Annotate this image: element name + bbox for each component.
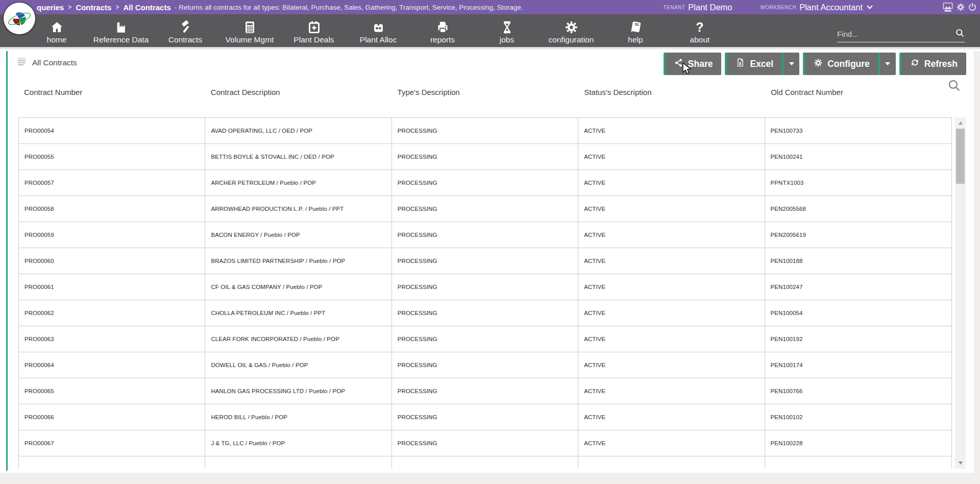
- table-cell: PROCESSING: [392, 326, 578, 352]
- question-icon: ?: [696, 19, 703, 35]
- gear-icon[interactable]: [956, 3, 965, 12]
- workbench-selector[interactable]: Plant Accountant: [799, 3, 863, 12]
- find-input[interactable]: [837, 30, 955, 38]
- bottom-bar: [0, 473, 980, 484]
- table-cell: ACTIVE: [578, 378, 765, 404]
- table-cell: PEN100054: [765, 300, 951, 326]
- excel-dropdown-button[interactable]: [782, 53, 799, 75]
- table-cell: DOWELL OIL & GAS / Pueblo / POP: [205, 352, 391, 378]
- table-cell: HEROD BILL / Pueblo / POP: [205, 404, 391, 430]
- table-cell: BRAZOS LIMITED PARTNERSHIP / Pueblo / PO…: [205, 248, 391, 274]
- table-cell: ACTIVE: [578, 118, 765, 143]
- search-icon[interactable]: [955, 28, 965, 40]
- table-cell: PROCESSING: [392, 300, 578, 326]
- table-cell: PEN100766: [765, 378, 951, 404]
- table-row[interactable]: PRO00058ARROWHEAD PRODUCTION L.P. / Pueb…: [19, 196, 951, 222]
- table-row[interactable]: PRO00060BRAZOS LIMITED PARTNERSHIP / Pue…: [19, 248, 951, 274]
- table-cell: PROCESSING: [392, 352, 578, 378]
- right-gutter: [974, 51, 980, 484]
- nav-item-reports[interactable]: reports: [410, 14, 475, 47]
- excel-file-icon: [736, 58, 745, 70]
- chevron-down-icon[interactable]: [866, 4, 873, 11]
- table-row[interactable]: PRO00057ARCHER PETROLEUM / Pueblo / POPP…: [19, 170, 951, 196]
- factory-icon: [114, 19, 128, 35]
- table-cell: HANLON GAS PROCESSING LTD / Pueblo / POP: [205, 378, 391, 404]
- scrollbar-thumb[interactable]: [956, 129, 965, 184]
- table-row[interactable]: PRO00054AVAD OPERATING, LLC / OED / POPP…: [19, 118, 951, 144]
- table-cell: AVAD OPERATING, LLC / OED / POP: [205, 118, 391, 143]
- table-cell: PEN100241: [765, 144, 951, 170]
- table-row[interactable]: PRO00055BETTIS BOYLE & STOVALL INC / OED…: [19, 144, 951, 170]
- scroll-down-arrow-icon[interactable]: [955, 458, 966, 468]
- content-card: All Contracts Share: [6, 51, 974, 471]
- column-header[interactable]: Old Contract Number: [765, 88, 952, 96]
- orbit-sphere-icon: [6, 5, 33, 32]
- nav-item-volume-mgmt[interactable]: Volume Mgmt: [217, 14, 282, 47]
- nav-item-help[interactable]: help: [603, 14, 668, 47]
- table-row[interactable]: PRO00061CF OIL & GAS COMPANY / Pueblo / …: [19, 274, 951, 300]
- table-cell: ACTIVE: [578, 404, 765, 430]
- table-row[interactable]: PRO00066HEROD BILL / Pueblo / POPPROCESS…: [19, 404, 951, 430]
- share-icon: [674, 58, 683, 70]
- list-icon: [17, 57, 27, 68]
- nav-item-plant-alloc[interactable]: Plant Alloc: [346, 14, 410, 47]
- breadcrumb-all-contracts[interactable]: All Contracts: [123, 3, 170, 12]
- table-cell: PROCESSING: [392, 248, 578, 274]
- vertical-scrollbar[interactable]: [955, 117, 966, 469]
- table-cell: BETTIS BOYLE & STOVALL INC / OED / POP: [205, 144, 391, 170]
- nav-item-plant-deals[interactable]: Plant Deals: [282, 14, 346, 47]
- table-cell: PRO00058: [19, 196, 205, 222]
- share-button[interactable]: Share: [664, 53, 722, 75]
- refresh-button[interactable]: Refresh: [899, 53, 966, 75]
- table-cell: ACTIVE: [578, 300, 765, 326]
- breadcrumb-contracts[interactable]: Contracts: [76, 3, 111, 12]
- table-cell: PRO00057: [19, 170, 205, 196]
- chevron-right-icon: >: [115, 4, 119, 11]
- table-row-partial[interactable]: [19, 456, 951, 469]
- find-search: [837, 28, 965, 42]
- breadcrumb-queries[interactable]: queries: [37, 3, 64, 12]
- table-cell: CHOLLA PETROLEUM INC / Pueblo / PPT: [205, 300, 391, 326]
- gear-icon: [814, 58, 823, 70]
- table-cell: PROCESSING: [392, 378, 578, 404]
- table-cell: PRO00064: [19, 352, 205, 378]
- nav-shadow: [0, 47, 980, 50]
- table-row[interactable]: PRO00062CHOLLA PETROLEUM INC / Pueblo / …: [19, 300, 951, 326]
- table-cell: PRO00059: [19, 222, 205, 248]
- table-cell: PEN100192: [765, 326, 951, 352]
- table-cell: ACTIVE: [578, 170, 765, 196]
- table-cell: ARROWHEAD PRODUCTION L.P. / Pueblo / PPT: [205, 196, 391, 222]
- nav-item-about[interactable]: ? about: [668, 14, 732, 47]
- calendar-plus-icon: [307, 19, 321, 35]
- nav-item-contracts[interactable]: Contracts: [153, 14, 217, 47]
- table-cell: PEN100102: [765, 404, 951, 430]
- nav-item-configuration[interactable]: configuration: [539, 14, 603, 47]
- configure-button[interactable]: Configure: [805, 53, 878, 75]
- gavel-icon: [179, 19, 192, 35]
- configure-button-group: Configure: [803, 53, 896, 75]
- column-header[interactable]: Contract Description: [205, 88, 392, 96]
- app-window: queries > Contracts > All Contracts - Re…: [0, 0, 980, 484]
- configure-dropdown-button[interactable]: [878, 53, 896, 75]
- table-row[interactable]: PRO00063CLEAR FORK INCORPORATED / Pueblo…: [19, 326, 951, 352]
- table-row[interactable]: PRO00067J & TG, LLC / Pueblo / POPPROCES…: [19, 430, 951, 456]
- power-icon[interactable]: [968, 3, 977, 12]
- table-cell: ARCHER PETROLEUM / Pueblo / POP: [205, 170, 391, 196]
- column-header[interactable]: Contract Number: [18, 88, 205, 96]
- nav-item-jobs[interactable]: jobs: [475, 14, 539, 47]
- table-cell: PRO00054: [19, 118, 205, 143]
- home-icon: [50, 19, 64, 35]
- users-presentation-icon[interactable]: [942, 2, 953, 13]
- table-row[interactable]: PRO00064DOWELL OIL & GAS / Pueblo / POPP…: [19, 352, 951, 378]
- nav-item-reference-data[interactable]: Reference Data: [89, 14, 153, 47]
- table-cell: ACTIVE: [578, 326, 765, 352]
- column-header[interactable]: Status's Description: [578, 88, 765, 96]
- table-row[interactable]: PRO00059BACON ENERGY / Pueblo / POPPROCE…: [19, 222, 951, 248]
- scroll-up-arrow-icon[interactable]: [955, 118, 966, 128]
- table-row[interactable]: PRO00065HANLON GAS PROCESSING LTD / Pueb…: [19, 378, 951, 404]
- allocation-icon: [372, 19, 385, 35]
- table-cell: ACTIVE: [578, 144, 765, 170]
- excel-button[interactable]: Excel: [727, 53, 782, 75]
- column-header[interactable]: Type's Description: [392, 88, 579, 96]
- main-nav: home Reference Data Contracts: [0, 14, 980, 47]
